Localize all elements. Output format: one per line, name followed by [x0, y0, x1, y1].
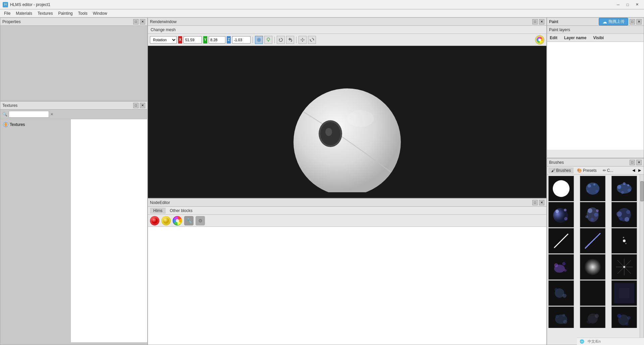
brush-item-2[interactable] — [580, 176, 605, 201]
properties-close-btn[interactable]: ✕ — [140, 19, 145, 24]
brushes-close-btn[interactable]: ✕ — [636, 160, 642, 165]
brush-item-17[interactable] — [580, 306, 605, 328]
textures-tree-item[interactable]: Textures — [2, 121, 68, 128]
brush-item-18[interactable] — [611, 306, 637, 328]
node-editor-maximize-btn[interactable]: □ — [532, 200, 538, 205]
textures-panel-header: Textures □ ✕ — [0, 101, 147, 110]
brush-line-1-icon — [551, 231, 571, 251]
brushes-panel-header: Brushes □ ✕ — [547, 158, 644, 166]
minimize-button[interactable]: ─ — [614, 1, 623, 8]
brushes-maximize-btn[interactable]: □ — [630, 160, 635, 165]
upload-btn-label: 拖拽上传 — [608, 19, 625, 24]
render-window-sub-title: Change mesh — [151, 27, 176, 32]
textures-content: Textures — [0, 119, 147, 342]
svg-point-89 — [562, 294, 567, 298]
undo-view-btn[interactable] — [286, 36, 294, 44]
paint-close-btn[interactable]: ✕ — [636, 19, 642, 24]
rotation-mode-dropdown[interactable]: Rotation — [150, 36, 177, 44]
brush-item-6[interactable] — [611, 202, 637, 227]
brush-item-4[interactable] — [548, 202, 574, 227]
brush-item-7[interactable] — [548, 228, 574, 254]
node-editor-content[interactable] — [148, 227, 546, 345]
textures-search-input[interactable] — [9, 111, 49, 118]
node-icon-multicolor[interactable] — [173, 216, 182, 225]
tab-hlms[interactable]: Hlms — [150, 208, 166, 214]
menu-file[interactable]: File — [1, 10, 13, 17]
svg-point-6 — [267, 38, 270, 41]
search-clear-btn[interactable]: ✕ — [50, 112, 53, 117]
brush-item-15[interactable] — [611, 280, 637, 306]
tab-custom[interactable]: ✏ C... — [600, 167, 616, 174]
svg-point-33 — [586, 183, 599, 195]
svg-point-34 — [588, 184, 591, 188]
tab-brushes[interactable]: 🖌 Brushes — [548, 167, 574, 174]
wireframe-view-btn[interactable] — [264, 36, 272, 44]
svg-point-71 — [623, 237, 624, 238]
paint-layers-content — [547, 42, 644, 150]
render-window-maximize-btn[interactable]: □ — [532, 19, 538, 24]
x-coord-label: X — [178, 36, 182, 44]
svg-point-55 — [596, 209, 599, 212]
menu-window[interactable]: Window — [90, 10, 110, 17]
render-options-btn[interactable] — [535, 35, 544, 45]
window-controls: ─ □ ✕ — [614, 1, 641, 8]
cloud-upload-icon: ☁ — [602, 19, 607, 24]
svg-point-25 — [325, 128, 332, 136]
brushes-nav-next[interactable]: ▶ — [637, 167, 642, 173]
node-icon-settings[interactable]: ⚙ — [196, 216, 205, 225]
node-toolbar: 🔧 ⚙ — [148, 215, 546, 227]
toolbar-separator-3 — [296, 37, 297, 43]
menu-materials[interactable]: Materials — [13, 10, 35, 17]
upload-button[interactable]: ☁ 拖拽上传 — [599, 18, 628, 25]
node-editor-tabs: Hlms Other blocks — [148, 207, 546, 215]
maximize-button[interactable]: □ — [623, 1, 632, 8]
brush-item-9[interactable] — [611, 228, 637, 254]
menu-tools[interactable]: Tools — [75, 10, 90, 17]
close-button[interactable]: ✕ — [633, 1, 641, 8]
svg-point-49 — [564, 217, 568, 220]
menu-textures[interactable]: Textures — [35, 10, 55, 17]
node-icon-yellow[interactable] — [161, 216, 171, 225]
tab-presets[interactable]: 🎨 Presets — [574, 167, 599, 174]
brush-item-5[interactable] — [580, 202, 605, 227]
brushes-scrollbar[interactable] — [640, 175, 644, 345]
paint-layers-label: Paint layers — [549, 27, 570, 32]
paint-maximize-btn[interactable]: □ — [630, 19, 635, 24]
y-coord-field[interactable]: 8.28 — [209, 36, 225, 44]
custom-tab-label: C... — [607, 168, 613, 173]
app-icon: H — [3, 2, 8, 7]
brushes-tab-label: Brushes — [556, 168, 571, 173]
z-coord-field[interactable]: -1.03 — [232, 36, 251, 44]
menu-painting[interactable]: Painting — [55, 10, 75, 17]
x-coord-field[interactable]: 51.59 — [183, 36, 202, 44]
presets-icon: 🎨 — [577, 168, 582, 173]
3d-viewport[interactable] — [148, 46, 546, 198]
textures-close-btn[interactable]: ✕ — [140, 103, 145, 108]
brush-white-circle-icon — [551, 179, 571, 199]
properties-maximize-btn[interactable]: □ — [133, 19, 139, 24]
textures-maximize-btn[interactable]: □ — [133, 103, 139, 108]
brush-spark-icon — [614, 257, 634, 277]
brush-item-16[interactable] — [548, 306, 574, 328]
tab-other-blocks[interactable]: Other blocks — [166, 208, 196, 214]
brush-item-1[interactable] — [548, 176, 574, 201]
move-tool-btn[interactable] — [299, 36, 307, 44]
brush-item-3[interactable] — [611, 176, 637, 201]
brushes-nav-prev[interactable]: ◀ — [631, 167, 636, 173]
brush-item-11[interactable] — [580, 254, 605, 280]
render-window-close-btn[interactable]: ✕ — [539, 19, 544, 24]
brush-item-13[interactable] — [548, 280, 574, 306]
node-icon-wrench[interactable]: 🔧 — [184, 216, 194, 225]
brushes-scrollbar-thumb[interactable] — [640, 181, 644, 201]
brush-item-14[interactable] — [580, 280, 605, 306]
node-editor-close-btn[interactable]: ✕ — [539, 200, 544, 205]
brush-item-8[interactable] — [580, 228, 605, 254]
brush-item-12[interactable] — [611, 254, 637, 280]
brush-item-10[interactable] — [548, 254, 574, 280]
node-icon-red[interactable] — [150, 216, 159, 225]
svg-point-61 — [625, 217, 629, 222]
yellow-sphere-icon — [163, 217, 169, 224]
rotate-tool-btn[interactable] — [308, 36, 316, 44]
solid-view-btn[interactable] — [255, 36, 263, 44]
reset-view-btn[interactable] — [277, 36, 285, 44]
